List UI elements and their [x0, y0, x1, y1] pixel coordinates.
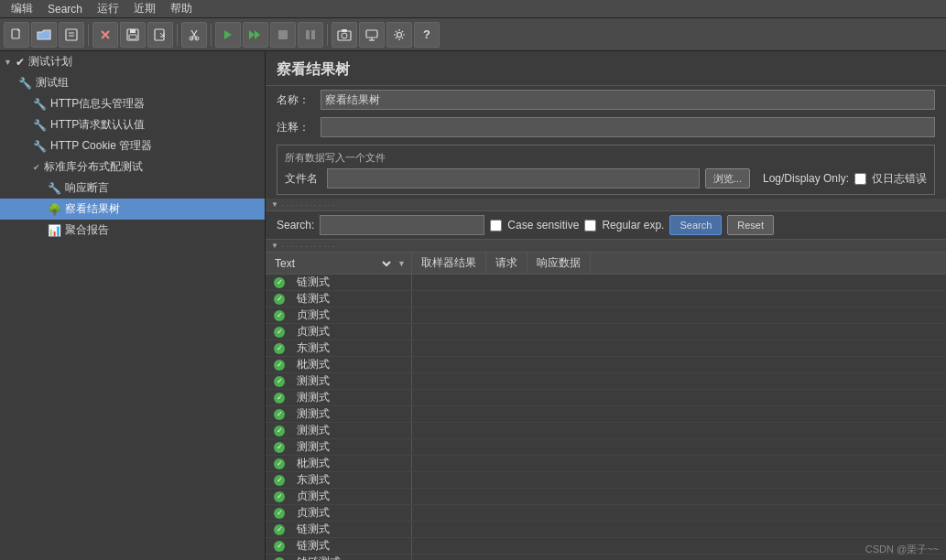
table-row[interactable]: ✓ 链测式 [266, 291, 946, 307]
help-button[interactable]: ? [414, 22, 440, 48]
case-sensitive-checkbox[interactable] [490, 220, 502, 232]
browse-button[interactable]: 浏览... [705, 168, 750, 188]
svg-rect-1 [66, 29, 77, 40]
table-area: Text ▼ 取样器结果 请求 响应数据 ✓ 链测式 [266, 253, 946, 560]
file-section-title: 所有数据写入一个文件 [285, 151, 927, 165]
tab-sampler-result[interactable]: 取样器结果 [412, 253, 486, 275]
table-row[interactable]: ✓ 枇测式 [266, 456, 946, 472]
table-row[interactable]: ✓ 枇测式 [266, 357, 946, 373]
regular-exp-label: Regular exp. [602, 219, 664, 232]
table-row[interactable]: ✓ 链测式 [266, 275, 946, 291]
log-errors-checkbox[interactable] [854, 173, 866, 185]
tab-request[interactable]: 请求 [486, 253, 527, 275]
row-text: 钱链测式 [293, 555, 411, 560]
search-button[interactable]: Search [669, 215, 722, 235]
tab-response-data[interactable]: 响应数据 [527, 253, 591, 275]
comment-input[interactable] [321, 117, 935, 137]
sidebar-item-aggregate[interactable]: 📊 聚合报告 [0, 220, 265, 241]
sidebar-item-http-header[interactable]: 🔧 HTTP信息头管理器 [0, 93, 265, 114]
save-button[interactable] [120, 22, 146, 48]
status-cell: ✓ [266, 294, 293, 305]
table-row[interactable]: ✓ 测测式 [266, 439, 946, 456]
name-row: 名称： [266, 86, 946, 113]
saveas-button[interactable] [147, 22, 173, 48]
col-text-dropdown[interactable]: Text ▼ [266, 253, 412, 274]
template-button[interactable] [59, 22, 84, 48]
sidebar-item-assert[interactable]: 🔧 响应断言 [0, 178, 265, 199]
sidebar-item-testplan[interactable]: ▼ ✔ 测试计划 [0, 51, 265, 72]
menu-search[interactable]: Search [40, 3, 90, 16]
sidebar-item-http-default[interactable]: 🔧 HTTP请求默认认值 [0, 114, 265, 135]
status-icon: ✓ [274, 557, 285, 561]
sidebar-item-label: 测试组 [36, 75, 69, 91]
table-row[interactable]: ✓ 链测式 [266, 538, 946, 555]
comment-label: 注释： [277, 120, 313, 135]
menu-bar: 编辑 Search 运行 近期 帮助 [0, 0, 946, 18]
assert-icon: 🔧 [48, 182, 61, 195]
row-text: 测测式 [293, 390, 411, 405]
collapse-bar-2[interactable]: ▼ · · · · · · · · · · · · [266, 240, 946, 253]
close-button[interactable] [92, 22, 118, 48]
sidebar-item-http-cookie[interactable]: 🔧 HTTP Cookie 管理器 [0, 135, 265, 156]
status-cell: ✓ [266, 541, 293, 552]
new-button[interactable] [4, 22, 29, 48]
table-row[interactable]: ✓ 贞测式 [266, 489, 946, 505]
open-button[interactable] [31, 22, 57, 48]
table-row[interactable]: ✓ 贞测式 [266, 307, 946, 324]
tree-icon: 🌳 [48, 203, 61, 216]
sidebar-item-testgroup[interactable]: 🔧 测试组 [0, 72, 265, 93]
status-icon: ✓ [274, 360, 285, 371]
table-row[interactable]: ✓ 链测式 [266, 522, 946, 538]
sidebar-item-result-tree[interactable]: 🌳 察看结果树 [0, 199, 265, 220]
table-row[interactable]: ✓ 测测式 [266, 373, 946, 390]
sidebar-item-label: HTTP Cookie 管理器 [50, 138, 152, 154]
col-arrow-icon: ▼ [397, 259, 406, 268]
status-icon: ✓ [274, 541, 285, 552]
status-icon: ✓ [274, 442, 285, 453]
status-cell: ✓ [266, 425, 293, 436]
file-input[interactable] [327, 168, 700, 188]
text-type-select[interactable]: Text [271, 256, 394, 271]
comment-row: 注释： [266, 113, 946, 141]
search-label: Search: [277, 219, 314, 232]
http-cookie-icon: 🔧 [33, 140, 47, 153]
panel-title: 察看结果树 [266, 51, 946, 86]
table-row[interactable]: ✓ 东测式 [266, 472, 946, 489]
status-icon: ✓ [274, 310, 285, 321]
table-row[interactable]: ✓ 测测式 [266, 406, 946, 423]
svg-rect-21 [366, 30, 377, 38]
table-row[interactable]: ✓ 贞测式 [266, 505, 946, 522]
settings-button[interactable] [386, 22, 412, 48]
table-row[interactable]: ✓ 测测式 [266, 390, 946, 406]
status-cell: ✓ [266, 376, 293, 387]
row-text: 链测式 [293, 275, 411, 290]
name-input[interactable] [321, 90, 935, 110]
menu-recent[interactable]: 近期 [126, 1, 163, 16]
run-all-button[interactable] [243, 22, 268, 48]
remote-button[interactable] [359, 22, 385, 48]
search-input[interactable] [320, 215, 484, 235]
content-area: 察看结果树 名称： 注释： 所有数据写入一个文件 文件名 浏览... Log/D… [266, 51, 946, 560]
name-label: 名称： [277, 92, 313, 108]
table-row[interactable]: ✓ 钱链测式 [266, 555, 946, 560]
pause-button[interactable] [298, 22, 323, 48]
menu-edit[interactable]: 编辑 [4, 1, 40, 16]
stop-button[interactable] [270, 22, 296, 48]
table-row[interactable]: ✓ 贞测式 [266, 324, 946, 340]
screenshot-button[interactable] [332, 22, 357, 48]
menu-help[interactable]: 帮助 [163, 1, 200, 16]
row-text: 链测式 [293, 522, 411, 537]
resize-dots-1: · · · · · · · · · · · · [282, 200, 335, 210]
separator-2 [177, 24, 178, 46]
cut-button[interactable] [181, 22, 207, 48]
reset-button[interactable]: Reset [727, 215, 774, 235]
table-row[interactable]: ✓ 测测式 [266, 423, 946, 439]
regular-exp-checkbox[interactable] [584, 220, 596, 232]
status-icon: ✓ [274, 425, 285, 436]
table-row[interactable]: ✓ 东测式 [266, 340, 946, 357]
search-bar: Search: Case sensitive Regular exp. Sear… [266, 211, 946, 240]
menu-run[interactable]: 运行 [90, 1, 126, 16]
run-button[interactable] [215, 22, 241, 48]
collapse-bar-1[interactable]: ▼ · · · · · · · · · · · · [266, 199, 946, 211]
sidebar-item-standard[interactable]: ✔ 标准库分布式配测试 [0, 156, 265, 178]
